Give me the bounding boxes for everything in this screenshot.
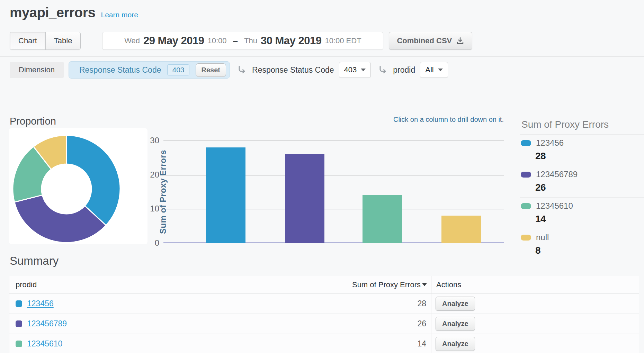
proportion-card <box>9 128 147 244</box>
row-color-swatch <box>16 300 22 307</box>
summary-title: Summary <box>10 254 59 268</box>
column-header-actions: Actions <box>431 276 639 293</box>
bar-column[interactable] <box>206 147 245 243</box>
table-header-row: prodid Sum of Proxy Errors Actions <box>9 276 639 293</box>
tab-table[interactable]: Table <box>45 32 81 49</box>
combined-csv-button[interactable]: Combined CSV <box>389 32 472 50</box>
start-time: 10:00 <box>208 36 227 45</box>
bar-chart <box>163 141 504 243</box>
date-range-separator: – <box>233 36 238 46</box>
drilldown-2-select[interactable]: All <box>420 62 448 78</box>
prodid-link[interactable]: 12345610 <box>27 339 62 349</box>
dimension-label: Dimension <box>10 62 64 78</box>
table-row: 123456789 26 Analyze <box>9 314 639 334</box>
analyze-button[interactable]: Analyze <box>436 337 475 351</box>
legend-label: 12345610 <box>536 201 573 211</box>
chevron-down-icon <box>361 69 366 71</box>
row-value: 14 <box>258 334 431 353</box>
row-color-swatch <box>16 341 22 347</box>
sort-desc-icon <box>422 283 427 286</box>
legend-value: 8 <box>535 245 644 256</box>
prodid-link[interactable]: 123456 <box>27 299 54 308</box>
analyze-button[interactable]: Analyze <box>436 317 475 331</box>
gridline <box>163 141 504 141</box>
column-header-prodid[interactable]: prodid <box>9 276 258 293</box>
legend-value: 28 <box>535 151 644 162</box>
end-day: Thu <box>244 36 257 45</box>
page-header: myapi_errors Learn more <box>10 5 138 20</box>
download-icon <box>456 37 464 45</box>
drilldown-arrow-icon <box>378 65 387 75</box>
y-tick-10: 10 <box>132 203 159 214</box>
filter-row: Dimension Response Status Code 403 Reset… <box>10 61 448 79</box>
prodid-link[interactable]: 123456789 <box>27 319 67 328</box>
bar-column[interactable] <box>285 154 324 243</box>
summary-table: prodid Sum of Proxy Errors Actions 12345… <box>9 276 639 353</box>
learn-more-link[interactable]: Learn more <box>101 11 138 19</box>
end-time: 10:00 EDT <box>325 36 361 45</box>
legend-swatch <box>521 172 531 178</box>
legend-item: 12345610 14 <box>520 197 644 229</box>
legend-item: null 8 <box>520 229 644 260</box>
bar-column[interactable] <box>363 195 402 243</box>
drilldown-2-value: All <box>425 65 433 74</box>
active-filter-pill[interactable]: Response Status Code 403 Reset <box>69 61 230 79</box>
drilldown-2-label: prodid <box>393 65 415 75</box>
y-tick-0: 0 <box>132 238 159 248</box>
end-date: 30 May 2019 <box>261 35 321 47</box>
legend-item: 123456 28 <box>520 134 644 166</box>
donut-slice <box>66 135 120 225</box>
legend-swatch <box>521 235 531 241</box>
reset-button[interactable]: Reset <box>196 63 226 77</box>
y-tick-20: 20 <box>132 170 159 180</box>
table-body: 123456 28 Analyze 123456789 26 Analyze <box>9 293 639 353</box>
legend-title: Sum of Proxy Errors <box>520 117 644 134</box>
drilldown-1-value: 403 <box>344 65 357 74</box>
legend-label: 123456 <box>536 138 564 148</box>
active-filter-name: Response Status Code <box>79 65 161 75</box>
drilldown-1-label: Response Status Code <box>252 65 334 75</box>
bar-column[interactable] <box>441 216 481 243</box>
proportion-title: Proportion <box>10 116 56 127</box>
row-value: 28 <box>258 293 431 314</box>
divider <box>0 56 644 57</box>
chevron-down-icon <box>438 69 443 71</box>
table-row: 12345610 14 Analyze <box>9 334 639 353</box>
start-date: 29 May 2019 <box>143 35 204 47</box>
view-toggle: Chart Table <box>10 32 81 50</box>
proportion-donut-chart <box>9 128 147 244</box>
y-tick-30: 30 <box>132 135 159 146</box>
legend-item: 123456789 26 <box>520 166 644 197</box>
legend-panel: Sum of Proxy Errors 123456 28 123456789 … <box>520 117 644 260</box>
start-day: Wed <box>124 36 140 45</box>
legend-label: null <box>536 233 549 242</box>
legend-label: 123456789 <box>536 170 578 179</box>
column-header-sum[interactable]: Sum of Proxy Errors <box>258 276 431 293</box>
legend-value: 26 <box>535 182 644 193</box>
active-filter-value: 403 <box>167 64 189 75</box>
legend-value: 14 <box>535 214 644 225</box>
legend-swatch <box>521 140 531 146</box>
date-range-picker[interactable]: Wed 29 May 2019 10:00 – Thu 30 May 2019 … <box>102 32 383 50</box>
drilldown-arrow-icon <box>237 65 247 75</box>
drilldown-1-select[interactable]: 403 <box>339 62 371 78</box>
row-color-swatch <box>16 320 22 327</box>
combined-csv-label: Combined CSV <box>397 36 452 45</box>
analyze-button[interactable]: Analyze <box>436 297 475 311</box>
tab-chart[interactable]: Chart <box>10 32 45 49</box>
drilldown-hint: Click on a column to drill down on it. <box>163 116 504 124</box>
table-row: 123456 28 Analyze <box>9 293 639 314</box>
chart-section: Proportion Click on a column to drill do… <box>0 114 644 254</box>
legend-swatch <box>521 203 531 209</box>
page-title: myapi_errors <box>10 5 95 20</box>
toolbar: Chart Table Wed 29 May 2019 10:00 – Thu … <box>10 32 472 50</box>
row-value: 26 <box>258 314 431 334</box>
